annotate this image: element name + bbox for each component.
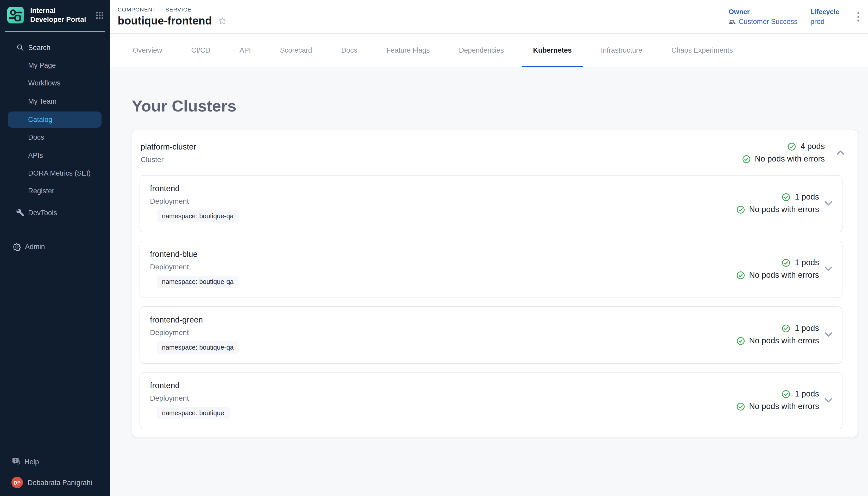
search-icon <box>16 44 24 51</box>
pods-count: 1 pods <box>795 324 819 333</box>
sidebar-item-label: Docs <box>28 134 44 141</box>
brand-header[interactable]: Internal Developer Portal <box>0 0 110 29</box>
tab-kubernetes[interactable]: Kubernetes <box>521 34 583 67</box>
check-circle-icon <box>782 192 791 201</box>
sidebar-item-label: Register <box>28 187 54 195</box>
check-circle-icon <box>782 324 791 333</box>
section-heading: Your Clusters <box>132 97 858 116</box>
tab-cicd[interactable]: CI/CD <box>180 34 222 67</box>
lifecycle-block: Lifecycle prod <box>810 8 839 26</box>
chevron-up-icon[interactable] <box>836 150 845 155</box>
nav-divider <box>7 230 102 230</box>
sidebar-item-label: Catalog <box>28 115 52 123</box>
tab-overview[interactable]: Overview <box>121 34 174 67</box>
sidebar-item-label: Workflows <box>28 79 60 87</box>
workload-kind: Deployment <box>150 197 239 205</box>
people-icon <box>729 18 736 25</box>
pods-errors: No pods with errors <box>755 154 825 164</box>
cluster-pod-summary: 4 pods No pods with errors <box>742 142 825 164</box>
help-label: Help <box>25 458 39 466</box>
pods-errors: No pods with errors <box>749 402 819 411</box>
svg-text:?: ? <box>14 458 17 463</box>
tab-infrastructure[interactable]: Infrastructure <box>590 34 654 67</box>
sidebar-item-workflows[interactable]: Workflows <box>0 75 110 92</box>
sidebar: Internal Developer Portal Search <box>0 0 110 496</box>
workload-card: frontend Deployment namespace: boutique-… <box>140 175 842 232</box>
sidebar-item-devtools[interactable]: DevTools <box>0 204 110 222</box>
workload-name: frontend-blue <box>150 250 239 259</box>
owner-block: Owner Customer Success <box>729 8 795 26</box>
check-circle-icon <box>782 258 791 267</box>
workload-kind: Deployment <box>150 263 239 271</box>
page-title: boutique-frontend <box>118 15 212 27</box>
cluster-header[interactable]: platform-cluster Cluster 4 pods No <box>132 130 857 172</box>
workload-name: frontend <box>150 381 229 390</box>
namespace-chip: namespace: boutique-qa <box>157 276 239 288</box>
owner-label: Owner <box>729 8 795 16</box>
tab-chaos-experiments[interactable]: Chaos Experiments <box>660 34 744 67</box>
nav-divider <box>22 202 83 202</box>
check-circle-icon <box>736 271 745 280</box>
sidebar-item-label: DORA Metrics (SEI) <box>28 169 91 177</box>
kebab-menu-icon[interactable] <box>855 10 862 24</box>
gear-icon <box>13 242 21 251</box>
chevron-down-icon[interactable] <box>824 332 833 337</box>
help-chat-icon: ? <box>12 457 21 466</box>
workload-card: frontend Deployment namespace: boutique … <box>140 372 842 429</box>
sidebar-item-help[interactable]: ? Help <box>0 453 110 470</box>
workload-name: frontend-green <box>150 315 239 325</box>
pods-count: 1 pods <box>795 192 819 202</box>
owner-value: Customer Success <box>739 18 798 26</box>
sidebar-item-catalog[interactable]: Catalog <box>8 111 101 127</box>
pods-errors: No pods with errors <box>749 270 819 280</box>
sidebar-item-docs[interactable]: Docs <box>0 128 110 146</box>
entity-header-meta: Owner Customer Success Lifecycle prod <box>713 8 862 26</box>
workload-pod-summary: 1 pods No pods with errors <box>736 258 819 280</box>
workload-pod-summary: 1 pods No pods with errors <box>736 324 819 345</box>
sidebar-item-search[interactable]: Search <box>0 38 110 57</box>
workload-card: frontend-green Deployment namespace: bou… <box>140 306 842 364</box>
tab-feature-flags[interactable]: Feature Flags <box>375 34 441 67</box>
avatar: DP <box>12 477 23 488</box>
tab-api[interactable]: API <box>228 34 262 67</box>
chevron-down-icon[interactable] <box>824 266 833 272</box>
check-circle-icon <box>736 205 745 214</box>
star-icon[interactable] <box>218 16 227 26</box>
tab-dependencies[interactable]: Dependencies <box>448 34 515 67</box>
sidebar-item-my-page[interactable]: My Page <box>0 57 110 75</box>
lifecycle-label: Lifecycle <box>810 8 839 16</box>
user-profile[interactable]: DP Debabrata Panigrahi <box>0 470 110 496</box>
chevron-down-icon[interactable] <box>824 398 833 403</box>
entity-tabs: Overview CI/CD API Scorecard Docs Featur… <box>110 34 868 67</box>
workload-list: frontend Deployment namespace: boutique-… <box>132 172 857 437</box>
check-circle-icon <box>782 389 791 398</box>
sidebar-item-register[interactable]: Register <box>0 182 110 200</box>
pods-count: 1 pods <box>795 389 819 399</box>
entity-header: COMPONENT — SERVICE boutique-frontend Ow… <box>110 0 868 34</box>
sidebar-item-my-team[interactable]: My Team <box>0 92 110 110</box>
namespace-chip: namespace: boutique-qa <box>157 210 239 222</box>
sidebar-item-label: My Team <box>28 97 57 105</box>
tab-docs[interactable]: Docs <box>330 34 369 67</box>
app-window: Internal Developer Portal Search <box>0 0 868 496</box>
owner-link[interactable]: Customer Success <box>729 18 795 26</box>
cluster-card: platform-cluster Cluster 4 pods No <box>132 130 858 437</box>
sidebar-spacer <box>0 256 110 453</box>
app-grid-icon[interactable] <box>96 11 103 19</box>
workload-name: frontend <box>150 184 239 193</box>
wrench-icon <box>16 209 25 217</box>
sidebar-item-admin[interactable]: Admin <box>0 238 110 256</box>
idp-logo-icon <box>6 6 25 25</box>
app-title: Internal Developer Portal <box>30 6 91 24</box>
sidebar-item-apis[interactable]: APIs <box>0 146 110 165</box>
sidebar-nav: Search My Page Workflows My Team Catalog… <box>0 32 110 256</box>
user-name: Debabrata Panigrahi <box>28 479 92 486</box>
tab-scorecard[interactable]: Scorecard <box>269 34 324 67</box>
sidebar-item-dora-metrics[interactable]: DORA Metrics (SEI) <box>0 165 110 182</box>
sidebar-item-label: APIs <box>28 151 43 159</box>
pods-errors: No pods with errors <box>749 336 819 345</box>
pods-errors: No pods with errors <box>749 205 819 214</box>
check-circle-icon <box>742 154 751 163</box>
sidebar-item-label: Admin <box>25 243 45 251</box>
chevron-down-icon[interactable] <box>824 201 833 206</box>
